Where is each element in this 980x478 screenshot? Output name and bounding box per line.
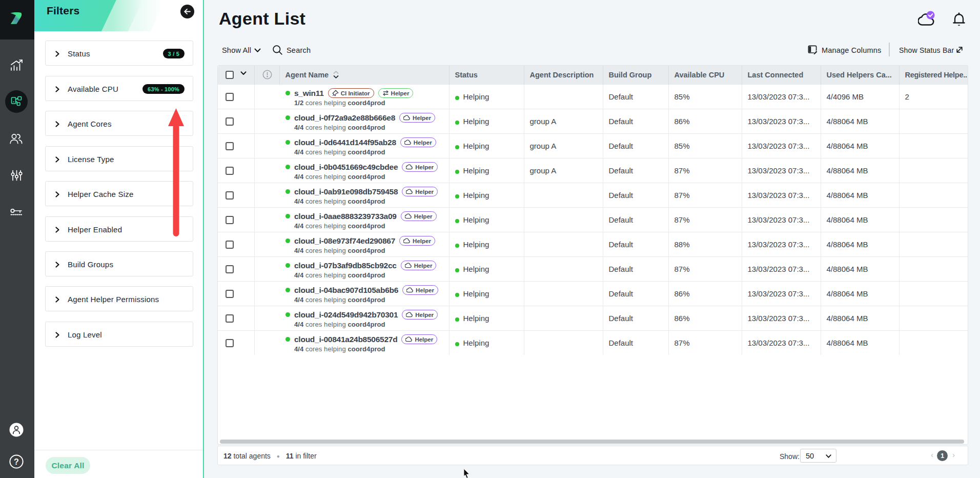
svg-text:?: ? bbox=[14, 457, 19, 466]
